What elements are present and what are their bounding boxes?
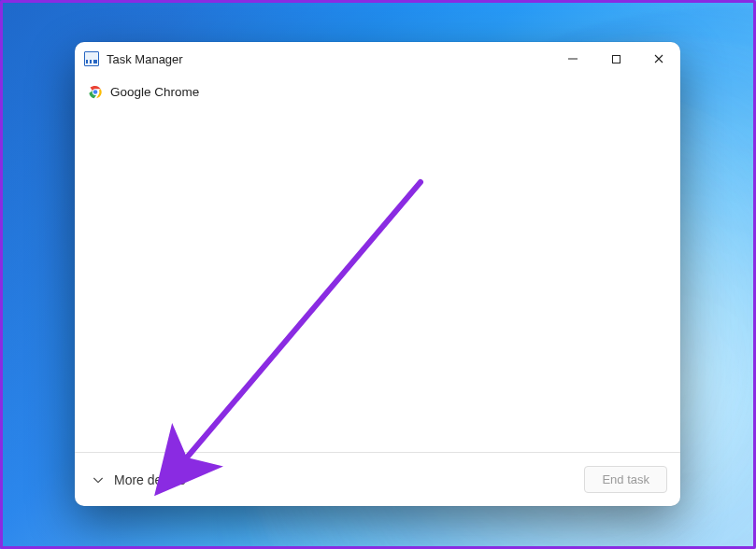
window-controls [551,42,680,76]
task-manager-window: Task Manager Google C [75,42,680,506]
close-icon [653,53,664,64]
process-row[interactable]: Google Chrome [75,79,680,104]
footer: More details End task [75,452,680,506]
close-button[interactable] [637,42,680,76]
end-task-button[interactable]: End task [584,466,667,493]
minimize-icon [567,53,578,64]
window-title: Task Manager [107,52,183,66]
svg-point-4 [93,90,98,94]
maximize-icon [611,54,621,64]
minimize-button[interactable] [551,42,594,76]
chevron-down-icon [92,473,105,486]
svg-rect-1 [612,55,620,63]
end-task-label: End task [602,472,649,486]
maximize-button[interactable] [594,42,637,76]
process-name: Google Chrome [110,85,199,99]
chrome-icon [88,84,103,99]
more-details-button[interactable]: More details [88,467,189,493]
task-manager-icon [84,51,99,66]
titlebar[interactable]: Task Manager [75,42,680,76]
more-details-label: More details [114,472,185,487]
process-list: Google Chrome [75,76,680,452]
